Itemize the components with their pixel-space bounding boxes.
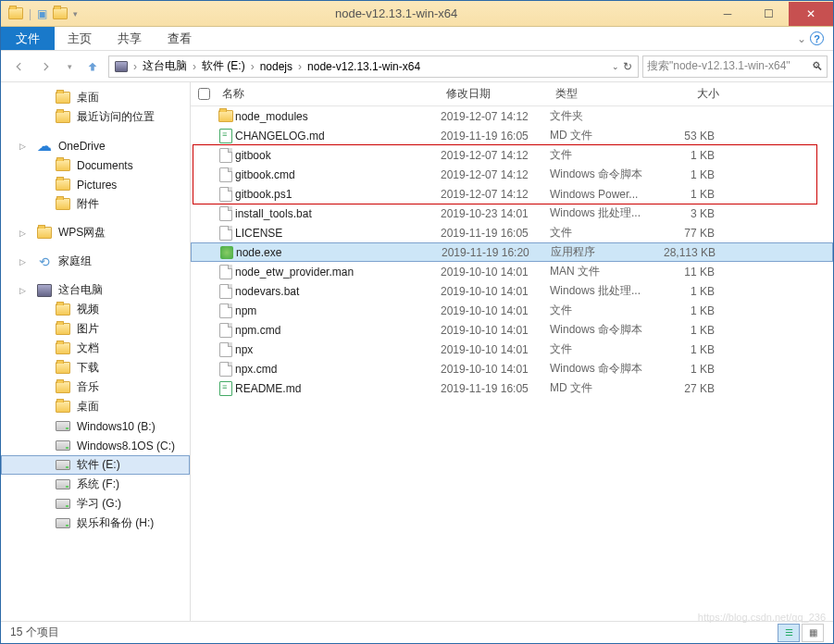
file-date: 2019-12-07 14:12: [441, 168, 550, 181]
column-type[interactable]: 类型: [550, 86, 661, 102]
sidebar-item[interactable]: 文档: [1, 339, 190, 358]
sidebar-item[interactable]: ▷这台电脑: [1, 280, 190, 300]
file-name: gitbook.ps1: [235, 188, 441, 201]
file-size: 77 KB: [661, 227, 726, 240]
forward-button[interactable]: [34, 55, 58, 79]
file-type: Windows 批处理...: [550, 205, 661, 221]
file-row[interactable]: npm2019-10-10 14:01文件1 KB: [191, 301, 833, 320]
column-headers: 名称 修改日期 类型 大小: [191, 82, 833, 106]
expand-caret-icon[interactable]: ▷: [19, 257, 31, 266]
folder-icon: [55, 361, 71, 376]
sidebar-item[interactable]: 桌面: [1, 397, 190, 416]
tab-home[interactable]: 主页: [55, 27, 105, 50]
file-row[interactable]: node.exe2019-11-19 16:20应用程序28,113 KB: [191, 242, 833, 262]
breadcrumb[interactable]: › 这台电脑 › 软件 (E:) › nodejs › node-v12.13.…: [108, 56, 639, 78]
file-type: 应用程序: [551, 244, 662, 260]
expand-caret-icon[interactable]: ▷: [19, 142, 31, 151]
help-icon[interactable]: ?: [810, 31, 824, 45]
sidebar-item[interactable]: 娱乐和备份 (H:): [1, 514, 190, 533]
file-row[interactable]: LICENSE2019-11-19 16:05文件77 KB: [191, 223, 833, 242]
tab-view[interactable]: 查看: [155, 27, 205, 50]
file-list[interactable]: node_modules2019-12-07 14:12文件夹CHANGELOG…: [191, 106, 833, 621]
file-row[interactable]: npm.cmd2019-10-10 14:01Windows 命令脚本1 KB: [191, 320, 833, 340]
file-row[interactable]: node_modules2019-12-07 14:12文件夹: [191, 106, 833, 126]
expand-caret-icon[interactable]: ▷: [19, 286, 31, 295]
cloud-icon: ☁: [36, 139, 53, 154]
navigation-pane[interactable]: 桌面最近访问的位置▷☁OneDriveDocumentsPictures附件▷W…: [1, 82, 191, 621]
sidebar-item-label: 附件: [77, 196, 99, 212]
ribbon-expand-icon[interactable]: ⌄: [797, 32, 806, 45]
details-view-button[interactable]: ☰: [778, 624, 800, 642]
file-row[interactable]: install_tools.bat2019-10-23 14:01Windows…: [191, 204, 833, 223]
back-button[interactable]: [6, 55, 31, 79]
folder-icon: [36, 226, 53, 241]
file-date: 2019-10-10 14:01: [441, 324, 550, 337]
icons-view-button[interactable]: ▦: [802, 624, 824, 642]
refresh-icon[interactable]: ↻: [623, 60, 632, 73]
file-size: 1 KB: [661, 304, 726, 317]
sidebar-item[interactable]: 桌面: [1, 88, 190, 107]
file-row[interactable]: README.md2019-11-19 16:05MD 文件27 KB: [191, 378, 833, 398]
file-row[interactable]: gitbook.cmd2019-12-07 14:12Windows 命令脚本1…: [191, 165, 833, 184]
file-row[interactable]: gitbook2019-12-07 14:12文件1 KB: [191, 145, 833, 165]
sidebar-item[interactable]: 音乐: [1, 378, 190, 397]
file-date: 2019-10-23 14:01: [441, 207, 550, 220]
breadcrumb-item[interactable]: 这台电脑: [139, 56, 191, 77]
history-dropdown[interactable]: ▾: [62, 55, 77, 79]
search-icon[interactable]: 🔍︎: [812, 60, 823, 73]
drive-icon: [55, 477, 71, 492]
file-type: 文件: [550, 303, 661, 318]
column-name[interactable]: 名称: [217, 86, 441, 102]
file-icon: [217, 187, 235, 202]
sidebar-item[interactable]: Pictures: [1, 175, 190, 194]
sidebar-item[interactable]: Documents: [1, 155, 190, 175]
sidebar-item[interactable]: 软件 (E:): [1, 455, 190, 475]
chevron-right-icon[interactable]: ›: [249, 60, 256, 73]
drive-icon: [55, 439, 71, 453]
sidebar-item[interactable]: 学习 (G:): [1, 494, 190, 514]
sidebar-item[interactable]: 最近访问的位置: [1, 107, 190, 127]
sidebar-item-label: 桌面: [77, 90, 99, 105]
sidebar-item[interactable]: ▷⟲家庭组: [1, 252, 190, 271]
expand-caret-icon[interactable]: ▷: [19, 229, 31, 238]
sidebar-item[interactable]: Windows8.1OS (C:): [1, 436, 190, 455]
file-size: 11 KB: [661, 266, 726, 279]
file-row[interactable]: npx.cmd2019-10-10 14:01Windows 命令脚本1 KB: [191, 359, 833, 378]
sidebar-item[interactable]: 附件: [1, 194, 190, 214]
file-row[interactable]: CHANGELOG.md2019-11-19 16:05MD 文件53 KB: [191, 126, 833, 145]
pc-icon[interactable]: [111, 56, 131, 77]
sidebar-item[interactable]: Windows10 (B:): [1, 416, 190, 436]
breadcrumb-item[interactable]: 软件 (E:): [198, 56, 249, 77]
chevron-right-icon[interactable]: ›: [191, 60, 198, 73]
sidebar-item[interactable]: ▷WPS网盘: [1, 223, 190, 242]
close-button[interactable]: ✕: [789, 2, 833, 26]
breadcrumb-item[interactable]: node-v12.13.1-win-x64: [304, 56, 424, 77]
search-input[interactable]: 搜索"node-v12.13.1-win-x64" 🔍︎: [642, 56, 828, 78]
sidebar-item[interactable]: 图片: [1, 319, 190, 339]
select-all-checkbox[interactable]: [191, 88, 217, 100]
file-row[interactable]: node_etw_provider.man2019-10-10 14:01MAN…: [191, 262, 833, 281]
file-row[interactable]: nodevars.bat2019-10-10 14:01Windows 批处理.…: [191, 281, 833, 301]
file-row[interactable]: npx2019-10-10 14:01文件1 KB: [191, 340, 833, 359]
properties-icon[interactable]: ▣: [37, 7, 47, 20]
chevron-right-icon[interactable]: ›: [296, 60, 304, 73]
qat-dropdown-icon[interactable]: ▾: [73, 9, 78, 19]
column-date[interactable]: 修改日期: [441, 86, 550, 102]
file-row[interactable]: gitbook.ps12019-12-07 14:12Windows Power…: [191, 184, 833, 204]
sidebar-item[interactable]: ▷☁OneDrive: [1, 136, 190, 155]
maximize-button[interactable]: ☐: [748, 2, 789, 26]
sidebar-item[interactable]: 视频: [1, 300, 190, 319]
file-tab[interactable]: 文件: [1, 27, 55, 50]
sidebar-item[interactable]: 下载: [1, 358, 190, 378]
sidebar-item[interactable]: 系统 (F:): [1, 475, 190, 494]
column-size[interactable]: 大小: [661, 86, 726, 102]
minimize-button[interactable]: ─: [707, 2, 748, 26]
chevron-right-icon[interactable]: ›: [131, 60, 139, 73]
up-button[interactable]: [81, 55, 105, 79]
dropdown-icon[interactable]: ⌄: [612, 62, 619, 71]
new-folder-icon[interactable]: [53, 7, 68, 19]
tab-share[interactable]: 共享: [105, 27, 155, 50]
file-size: 28,113 KB: [662, 246, 727, 259]
file-date: 2019-12-07 14:12: [441, 188, 550, 201]
breadcrumb-item[interactable]: nodejs: [256, 56, 296, 77]
